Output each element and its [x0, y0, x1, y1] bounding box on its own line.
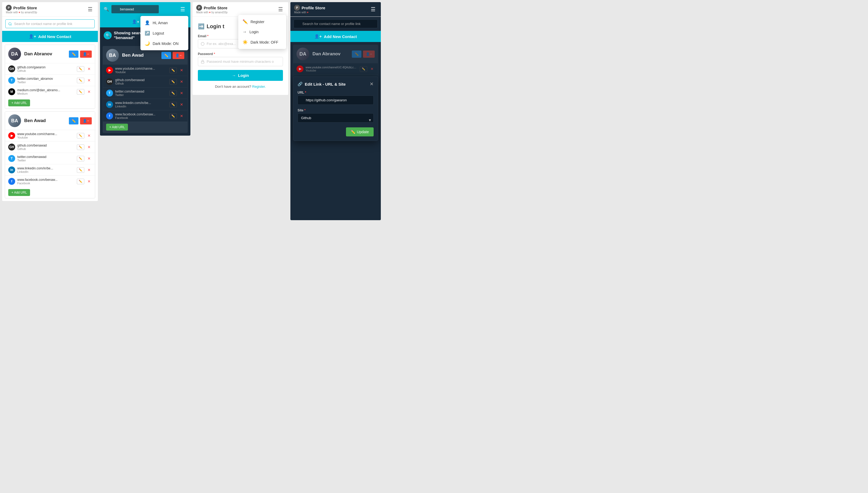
context-darkmode[interactable]: ☀️ Dark Mode: OFF: [238, 37, 286, 47]
edit-url-button[interactable]: ✏️: [169, 79, 177, 85]
url-row: ▶ www.youtube.com/channe... Youtube ✏️ ✕: [103, 64, 188, 76]
delete-ben-button[interactable]: 👤−: [80, 117, 92, 125]
delete-url-button[interactable]: ✕: [179, 90, 184, 96]
search-input-panel2[interactable]: [111, 5, 159, 14]
dropdown-darkmode[interactable]: 🌙 Dark Mode: ON: [140, 38, 188, 49]
heart-icon: ♥: [209, 11, 211, 14]
url-text: medium.com/@dan_abramo...: [17, 88, 75, 92]
register-link[interactable]: Register.: [252, 85, 266, 89]
delete-url-button[interactable]: ✕: [179, 113, 184, 119]
context-register[interactable]: ✏️ Register: [238, 17, 286, 27]
delete-url-button[interactable]: ✕: [86, 167, 92, 173]
edit-result-button[interactable]: ✏️: [161, 52, 171, 59]
delete-url-button[interactable]: ✕: [86, 144, 92, 150]
search-circle-icon: 🔍: [104, 31, 112, 39]
url-text: www.youtube.com/channe...: [115, 67, 167, 70]
add-url-result-button[interactable]: + Add URL: [106, 124, 128, 131]
site-select[interactable]: Github Twitter Youtube LinkedIn Facebook…: [298, 113, 374, 123]
add-icon: 👤+: [29, 34, 36, 39]
url-field-input[interactable]: [298, 95, 374, 105]
delete-url-button[interactable]: ✕: [179, 79, 184, 84]
youtube-icon: ▶: [297, 65, 303, 72]
header-search-wrap: 🔍: [104, 5, 159, 14]
url-row: T twitter.com/dan_abramov Twitter ✏️ ✕: [5, 74, 95, 86]
menu-button-panel2[interactable]: ☰: [179, 5, 187, 13]
edit-url-button[interactable]: ✏️: [77, 66, 84, 72]
url-site: Medium: [17, 92, 75, 95]
user-icon: 👤: [145, 20, 150, 25]
search-input-dark[interactable]: [294, 19, 377, 28]
edit-url-button[interactable]: ✏️: [77, 78, 84, 83]
modal-close-button[interactable]: ✕: [370, 81, 374, 87]
delete-dark-button[interactable]: 👤−: [363, 50, 375, 58]
edit-url-button[interactable]: ✏️: [77, 89, 84, 95]
modal-actions: ✏️ Update: [298, 127, 374, 136]
edit-url-button[interactable]: ✏️: [77, 179, 84, 184]
url-site: Github: [115, 82, 167, 85]
avatar-dan: DA: [8, 48, 21, 60]
edit-url-button[interactable]: ✏️: [77, 144, 84, 150]
url-site: LinkedIn: [17, 170, 75, 173]
delete-url-button[interactable]: ✕: [179, 67, 184, 73]
edit-url-button[interactable]: ✏️: [360, 66, 367, 72]
edit-url-button[interactable]: ✏️: [169, 67, 177, 73]
moon-icon: 🌙: [145, 41, 150, 46]
delete-url-button[interactable]: ✕: [86, 78, 92, 83]
delete-url-button[interactable]: ✕: [86, 89, 92, 94]
delete-url-button[interactable]: ✕: [86, 66, 92, 71]
search-input[interactable]: [5, 19, 95, 28]
search-result-card: BA Ben Awad ✏️ 👤− ▶ www.youtube.com/chan…: [103, 46, 188, 133]
github-icon: GH: [8, 65, 15, 72]
delete-dan-button[interactable]: 👤−: [80, 50, 92, 58]
search-section: [2, 17, 98, 31]
edit-url-button[interactable]: ✏️: [169, 102, 177, 107]
url-text: github.com/gaearon: [17, 65, 75, 69]
edit-dark-button[interactable]: ✏️: [352, 50, 362, 58]
add-url-dan-button[interactable]: + Add URL: [8, 100, 30, 106]
heart-icon: ♥: [19, 11, 20, 14]
heart-icon: ♥: [307, 11, 308, 14]
menu-button[interactable]: ☰: [86, 5, 94, 13]
avatar-dan-dark: DA: [297, 48, 309, 60]
dropdown-logout[interactable]: ↗️ Logout: [140, 28, 188, 38]
add-contact-button-dark[interactable]: 👤+ Add New Contact: [290, 31, 381, 42]
github-icon: GH: [8, 144, 15, 150]
delete-url-button[interactable]: ✕: [86, 179, 92, 184]
delete-url-button[interactable]: ✕: [86, 133, 92, 138]
brand-icon-login: P: [196, 5, 202, 10]
logout-icon: ↗️: [145, 30, 150, 36]
site-select-wrap: Github Twitter Youtube LinkedIn Facebook…: [298, 113, 374, 126]
dropdown-hi[interactable]: 👤 Hi, Aman: [140, 18, 188, 28]
delete-url-button[interactable]: ✕: [369, 66, 375, 71]
medium-icon: M: [8, 88, 15, 95]
add-contact-button[interactable]: 👤+ Add New Contact: [2, 31, 98, 42]
brand-sub: Made with ♥ by amand33p: [6, 11, 37, 14]
delete-url-button[interactable]: ✕: [86, 156, 92, 161]
edit-url-button[interactable]: ✏️: [169, 90, 177, 96]
site-field-label: Site *: [298, 108, 374, 112]
edit-dan-button[interactable]: ✏️: [69, 50, 79, 58]
add-url-ben-button[interactable]: + Add URL: [8, 189, 30, 196]
delete-url-button[interactable]: ✕: [179, 102, 184, 107]
password-input[interactable]: [198, 57, 283, 66]
context-login[interactable]: → Login: [238, 27, 286, 37]
url-row: M medium.com/@dan_abramo... Medium ✏️ ✕: [5, 86, 95, 97]
edit-url-button[interactable]: ✏️: [169, 113, 177, 119]
url-text: twitter.com/dan_abramov: [17, 77, 75, 81]
edit-url-button[interactable]: ✏️: [77, 133, 84, 138]
avatar-ben-result: BA: [106, 49, 119, 62]
url-text: www.facebook.com/benaw...: [17, 178, 75, 181]
login-submit-button[interactable]: → Login: [198, 70, 283, 81]
delete-result-button[interactable]: 👤−: [173, 52, 184, 59]
facebook-icon: f: [8, 178, 15, 185]
menu-button-dark[interactable]: ☰: [369, 5, 377, 13]
url-site: Twitter: [115, 93, 167, 97]
modal-header: 🔗 Edit Link - URL & Site ✕: [298, 81, 374, 87]
url-text: www.facebook.com/benaw...: [115, 112, 167, 116]
login-arrow-icon: ➡️: [198, 23, 204, 29]
edit-url-button[interactable]: ✏️: [77, 156, 84, 162]
edit-ben-button[interactable]: ✏️: [69, 117, 79, 125]
edit-url-button[interactable]: ✏️: [77, 167, 84, 173]
update-button[interactable]: ✏️ Update: [346, 127, 374, 136]
menu-button-login[interactable]: ☰: [277, 5, 285, 13]
